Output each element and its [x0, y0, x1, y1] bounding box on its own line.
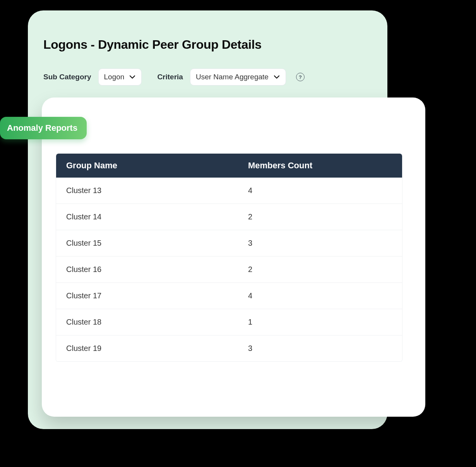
help-icon[interactable]: ?	[296, 73, 305, 81]
cell-group-name: Cluster 15	[56, 230, 238, 256]
sub-category-value: Logon	[104, 73, 125, 81]
cell-members-count: 4	[238, 178, 402, 204]
table-header: Group Name Members Count	[56, 154, 402, 178]
table-body: Cluster 134Cluster 142Cluster 153Cluster…	[56, 178, 402, 361]
cluster-table: Group Name Members Count Cluster 134Clus…	[56, 154, 402, 362]
cell-members-count: 2	[238, 204, 402, 230]
cell-members-count: 3	[238, 230, 402, 256]
cell-group-name: Cluster 17	[56, 283, 238, 309]
cell-group-name: Cluster 16	[56, 257, 238, 282]
table-row[interactable]: Cluster 153	[56, 230, 402, 256]
table-row[interactable]: Cluster 181	[56, 309, 402, 335]
table-row[interactable]: Cluster 174	[56, 282, 402, 309]
criteria-value: User Name Aggregate	[196, 73, 269, 81]
criteria-dropdown[interactable]: User Name Aggregate	[190, 68, 286, 86]
cell-members-count: 1	[238, 309, 402, 335]
chevron-down-icon	[129, 74, 136, 80]
cell-group-name: Cluster 14	[56, 204, 238, 230]
help-text: ?	[299, 74, 302, 80]
cell-group-name: Cluster 13	[56, 178, 238, 204]
cell-members-count: 2	[238, 257, 402, 282]
table-row[interactable]: Cluster 142	[56, 204, 402, 230]
sub-category-dropdown[interactable]: Logon	[98, 68, 142, 86]
anomaly-reports-badge[interactable]: Anomaly Reports	[0, 117, 87, 139]
table-row[interactable]: Cluster 193	[56, 335, 402, 361]
th-group-name: Group Name	[56, 154, 238, 178]
table-row[interactable]: Cluster 162	[56, 256, 402, 282]
table-row[interactable]: Cluster 134	[56, 178, 402, 204]
cell-group-name: Cluster 19	[56, 335, 238, 361]
criteria-label: Criteria	[157, 73, 183, 81]
cell-members-count: 4	[238, 283, 402, 309]
cell-group-name: Cluster 18	[56, 309, 238, 335]
th-members-count: Members Count	[238, 154, 402, 178]
report-card: Group Name Members Count Cluster 134Clus…	[42, 98, 425, 417]
chevron-down-icon	[273, 74, 280, 80]
sub-category-label: Sub Category	[43, 73, 91, 81]
cell-members-count: 3	[238, 335, 402, 361]
page-title: Logons - Dynamic Peer Group Details	[43, 38, 262, 52]
filter-bar: Sub Category Logon Criteria User Name Ag…	[43, 68, 305, 86]
